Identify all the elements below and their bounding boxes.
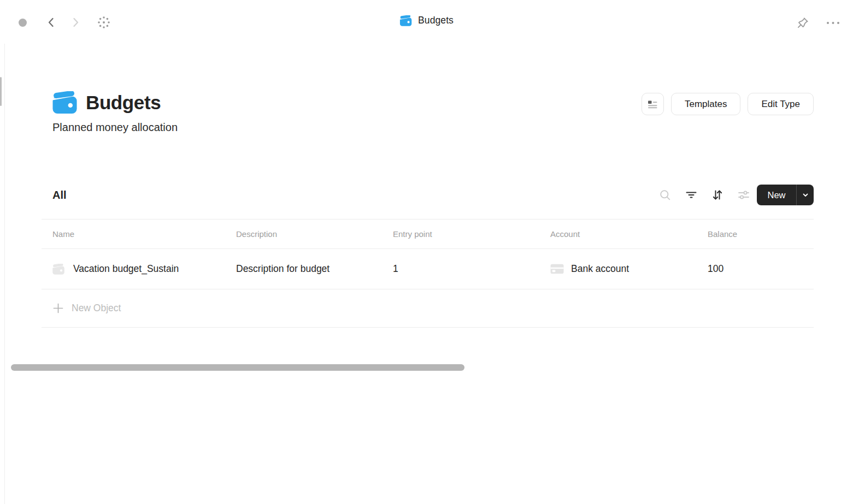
cell-account-text: Bank account <box>571 263 629 275</box>
new-button-caret[interactable] <box>797 185 814 205</box>
sort-arrows-icon <box>711 188 724 201</box>
credit-card-icon <box>550 264 564 274</box>
column-header-balance[interactable]: Balance <box>708 229 814 239</box>
more-button[interactable] <box>825 15 841 31</box>
dots-circle-icon <box>96 15 111 30</box>
new-button[interactable]: New <box>757 185 814 205</box>
sliders-icon <box>737 188 750 201</box>
edit-type-button[interactable]: Edit Type <box>748 93 814 115</box>
cell-balance[interactable]: 100 <box>708 263 814 275</box>
cell-description[interactable]: Description for budget <box>236 263 393 275</box>
filter-icon <box>685 188 698 201</box>
app-window: Budgets <box>0 0 853 504</box>
column-header-description[interactable]: Description <box>236 229 393 239</box>
cell-account[interactable]: Bank account <box>550 263 708 275</box>
sort-button[interactable] <box>711 188 724 201</box>
chevron-left-icon <box>45 16 58 29</box>
sidebar-edge-line <box>4 0 5 504</box>
forward-button[interactable] <box>68 15 83 30</box>
wallet-icon <box>399 15 412 26</box>
window-control-dot[interactable] <box>19 19 27 27</box>
view-toolbar <box>658 188 750 201</box>
horizontal-scrollbar-thumb[interactable] <box>11 364 464 371</box>
chevron-right-icon <box>69 16 82 29</box>
column-header-entry-point[interactable]: Entry point <box>393 229 550 239</box>
cell-name-text: Vacation budget_Sustain <box>73 263 179 275</box>
filter-button[interactable] <box>685 188 698 201</box>
topbar-title[interactable]: Budgets <box>399 15 454 26</box>
new-object-label: New Object <box>72 303 121 314</box>
wallet-icon <box>52 91 78 114</box>
new-button-label[interactable]: New <box>757 185 796 205</box>
plus-icon <box>52 303 64 314</box>
layout-description-button[interactable] <box>642 93 664 115</box>
view-settings-button[interactable] <box>737 188 750 201</box>
cell-name[interactable]: Vacation budget_Sustain <box>42 263 236 275</box>
cell-entry-point[interactable]: 1 <box>393 263 550 275</box>
column-header-account[interactable]: Account <box>550 229 708 239</box>
topbar-title-label: Budgets <box>418 15 454 26</box>
search-button[interactable] <box>658 188 672 201</box>
ellipsis-icon <box>826 21 840 25</box>
layout-description-icon <box>646 98 659 111</box>
column-header-name[interactable]: Name <box>42 229 236 239</box>
wallet-gray-icon <box>52 264 65 275</box>
back-button[interactable] <box>44 15 59 30</box>
header-actions: Templates Edit Type <box>642 93 814 115</box>
pin-button[interactable] <box>795 15 811 31</box>
view-tab-all[interactable]: All <box>52 189 67 201</box>
topbar: Budgets <box>0 0 853 44</box>
pin-icon <box>796 16 810 30</box>
view-bar: All <box>52 181 814 209</box>
templates-button[interactable]: Templates <box>671 93 740 115</box>
page-title: Budgets <box>86 92 161 114</box>
search-icon <box>658 188 672 201</box>
table-row[interactable]: Vacation budget_Sustain Description for … <box>42 249 814 289</box>
chevron-down-icon <box>801 191 810 199</box>
new-object-row[interactable]: New Object <box>42 289 814 328</box>
page-subtitle: Planned money allocation <box>52 121 178 134</box>
objects-table: Name Description Entry point Account Bal… <box>42 219 814 328</box>
page-header: Budgets Planned money allocation <box>52 91 178 134</box>
vertical-scrollbar-thumb[interactable] <box>0 77 2 106</box>
table-header-row: Name Description Entry point Account Bal… <box>42 219 814 249</box>
dots-circle-button[interactable] <box>96 15 111 30</box>
